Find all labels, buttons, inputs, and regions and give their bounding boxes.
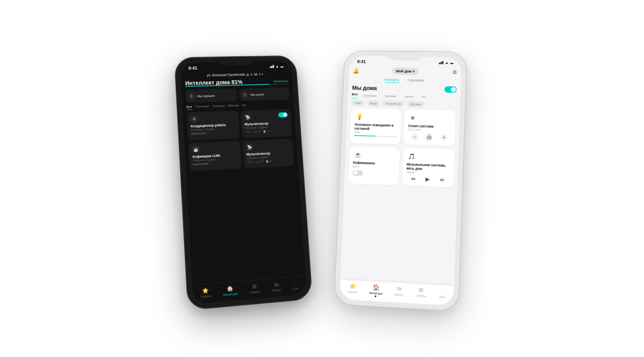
- dark-phone-content: ул. Большая Грузинская, д. 1, кв. 1 ▾ ··…: [180, 70, 306, 302]
- light-coffee-icon: ☕: [353, 150, 362, 159]
- light-device-grid: 💡 Основное освещение в гостиной 50% ❄ Сп…: [348, 108, 456, 187]
- light-nav-services-icon: ⊞: [417, 286, 425, 293]
- light-home-chevron: ▾: [413, 70, 415, 73]
- light-tab-scenarios[interactable]: Сценарии: [407, 78, 424, 84]
- light-tab-rooms[interactable]: Комнаты: [384, 78, 399, 83]
- light-bell-icon[interactable]: 🔔: [353, 68, 359, 74]
- dark-nav-market-icon: 🛍: [272, 280, 280, 288]
- signal-bar-2: [271, 66, 272, 68]
- dark-device-coffee[interactable]: ☕ Кофеварка UJIN Спальня • ZigBee Выключ…: [188, 141, 242, 171]
- we-arrived-label: Мы пришли: [197, 94, 215, 98]
- dark-device-multisensor1[interactable]: 📡 Мультисенсор Гостиная • ZigBee +5°C☁20…: [241, 109, 292, 138]
- light-settings-icon[interactable]: ⚙: [452, 69, 458, 75]
- dark-signal: [270, 65, 274, 68]
- light-room-living[interactable]: Гостиная: [360, 92, 380, 99]
- light-device-music[interactable]: 🎵 Музыкальная система, весь дом Пауза ⏮ …: [402, 148, 454, 187]
- light-type-sensors[interactable]: Датчики: [407, 101, 424, 107]
- light-we-home-title: Мы дома: [352, 84, 377, 91]
- signal-bar-l3: [442, 61, 443, 64]
- dark-conditioner-icon: ❄: [190, 115, 198, 123]
- light-room-kitchen[interactable]: Кухня: [401, 93, 417, 100]
- light-room-more[interactable]: Ко...: [419, 94, 431, 100]
- light-type-filter: Свет Вода Устройства Датчики: [351, 100, 456, 108]
- we-left-icon: 🚶: [242, 92, 248, 98]
- light-room-all[interactable]: Все: [352, 92, 358, 98]
- light-nav-more-icon: ···: [438, 287, 446, 295]
- light-ac-minus-button[interactable]: −: [411, 133, 418, 140]
- dark-device-conditioner[interactable]: ❄ Кондиционер polaris Гостиная • ZigBee …: [187, 111, 240, 140]
- dark-multisensor1-data: +5°C☁20%💧20: [245, 129, 289, 134]
- light-nav-services[interactable]: ⊞ Сервисы: [415, 286, 427, 300]
- light-ac-sub: 22°C 80%: [408, 128, 451, 132]
- light-tabs: Комнаты Сценарии: [353, 77, 457, 84]
- light-type-water[interactable]: Вода: [367, 100, 380, 106]
- light-ac-plus-button[interactable]: +: [440, 134, 447, 141]
- dark-nav-main-label: Главная: [200, 294, 211, 298]
- light-device-coffee[interactable]: ☕ Кофемашина Выкл: [348, 146, 400, 185]
- we-left-label: Мы ушли: [250, 92, 264, 96]
- dark-time: 9:41: [188, 66, 198, 70]
- light-type-light[interactable]: Свет: [351, 100, 364, 106]
- light-lighting-icon: 💡: [355, 112, 363, 121]
- dark-address-text: ул. Большая Грузинская, д. 1, кв. 1: [207, 72, 261, 77]
- light-music-play-button[interactable]: ▶: [425, 176, 430, 182]
- dark-nav-more[interactable]: ··· Еще: [292, 279, 299, 290]
- dark-tab-more[interactable]: Ко...: [242, 103, 248, 108]
- dark-nav-market[interactable]: 🛍 Маркет: [271, 280, 281, 292]
- light-music-prev-button[interactable]: ⏮: [411, 176, 415, 181]
- light-nav-home-label: Умный дом: [369, 291, 382, 295]
- light-room-bathroom[interactable]: Ванная: [382, 93, 399, 99]
- light-nav-main-icon: ⭐: [349, 282, 356, 290]
- light-device-lighting[interactable]: 💡 Основное освещение в гостиной 50%: [350, 108, 401, 144]
- light-battery-icon: ▬: [450, 61, 453, 65]
- light-we-home-toggle[interactable]: [444, 86, 457, 93]
- dark-battery-icon: ▬: [280, 65, 283, 68]
- light-music-next-button[interactable]: ⏭: [440, 177, 445, 182]
- dark-multisensor1-icon: 📡: [244, 113, 252, 121]
- light-time: 9:41: [357, 59, 366, 64]
- light-ac-power-button[interactable]: ⏻: [425, 133, 433, 142]
- dark-status-icons: ▲ ▬: [270, 64, 284, 68]
- light-type-devices[interactable]: Устройства: [382, 101, 405, 107]
- dark-device-multisensor2[interactable]: 📡 Мультисенсор Спальня • ZigBee -16°C☁20…: [242, 139, 294, 168]
- light-nav-home-icon: 🏠: [372, 283, 380, 291]
- dark-nav-services[interactable]: ⊞ Сервисы: [248, 282, 261, 294]
- dark-wifi-icon: ▲: [275, 64, 279, 68]
- light-ac-icon: ❄: [408, 113, 417, 122]
- light-signal: [439, 61, 443, 64]
- light-phone-shell: 9:41 ▲ ▬ 🔔: [334, 50, 468, 312]
- light-music-controls: ⏮ ▶ ⏭: [406, 175, 450, 183]
- dark-multisensor1-toggle[interactable]: [278, 112, 288, 117]
- dark-nav-more-icon: ···: [292, 279, 299, 287]
- light-phone-content: 🔔 Мой дом ▾ ⚙ Комнаты Сценарии: [340, 65, 462, 303]
- dark-conditioner-status: Выключена: [191, 131, 236, 135]
- light-phone-screen: 9:41 ▲ ▬ 🔔: [339, 56, 462, 306]
- light-music-icon: 🎵: [407, 152, 416, 161]
- light-nav-main[interactable]: ⭐ Главная: [347, 282, 357, 296]
- we-arrived-button[interactable]: 🚶 Мы пришли: [186, 89, 237, 103]
- dark-nav-main[interactable]: ⭐ Главная: [200, 286, 211, 298]
- dark-tab-bedroom[interactable]: Спальня: [212, 104, 225, 109]
- dark-nav-home[interactable]: 🏠 Умный дом: [222, 284, 238, 296]
- light-nav-services-label: Сервисы: [415, 294, 427, 298]
- light-phone-notch: [387, 52, 423, 61]
- light-nav-home[interactable]: 🏠 Умный дом: [369, 283, 383, 298]
- light-home-selector[interactable]: Мой дом ▾: [392, 68, 419, 75]
- dark-room-tabs: Все Гостиная Спальня Ванная Ко...: [186, 102, 290, 110]
- dark-nav-home-label: Умный дом: [223, 292, 237, 296]
- light-nav-market-icon: 🛍: [395, 285, 403, 292]
- light-nav-market[interactable]: 🛍 Маркет: [394, 285, 404, 299]
- light-nav-more-label: Еще: [440, 295, 445, 299]
- light-ac-controls: − ⏻ +: [408, 133, 451, 142]
- dark-tab-all[interactable]: Все: [186, 105, 192, 110]
- dark-phone-shell: 9:41 ▲ ▬ ул. Большая Грузинска: [174, 55, 313, 311]
- light-nav-market-label: Маркет: [394, 293, 403, 296]
- dark-tab-living[interactable]: Гостиная: [195, 105, 209, 110]
- light-nav-more[interactable]: ··· Еще: [438, 287, 446, 301]
- signal-bar-1: [270, 66, 271, 68]
- dark-tab-bathroom[interactable]: Ванная: [228, 104, 239, 109]
- light-lighting-progress-bar: [354, 135, 396, 137]
- we-left-button[interactable]: 🚶 Мы ушли: [239, 87, 289, 101]
- dark-coffee-icon: ☕: [192, 146, 200, 153]
- light-device-ac[interactable]: ❄ Сплит-система 22°C 80% − ⏻ +: [403, 109, 456, 146]
